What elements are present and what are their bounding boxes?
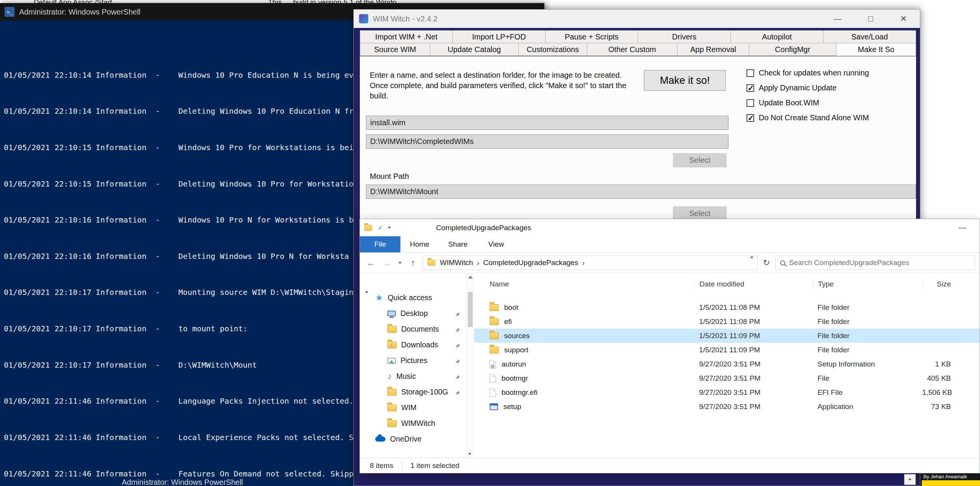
scroll-up-icon[interactable] (468, 276, 473, 278)
address-bar[interactable]: WIMWitch › CompletedUpgradePackages › (423, 255, 758, 270)
wimwitch-tab[interactable]: Import LP+FOD (452, 30, 546, 43)
destination-select-button[interactable]: Select (673, 153, 727, 167)
ribbon-tab[interactable]: Share (439, 236, 477, 252)
mount-path-field[interactable] (366, 185, 916, 199)
file-name-cell: boot (474, 303, 694, 312)
breadcrumb-root[interactable]: WIMWitch (440, 259, 473, 267)
minimize-button[interactable]: — (821, 10, 854, 28)
maximize-button[interactable]: □ (854, 10, 887, 28)
explorer-titlebar[interactable]: CompletedUpgradePackages — (360, 219, 980, 236)
log-message: Local Experience Packs not selected. Sk (178, 433, 358, 442)
sidebar-item[interactable]: WIM (360, 400, 466, 416)
sidebar-item[interactable]: Storage-100G (360, 384, 466, 400)
search-icon (780, 260, 785, 265)
wimwitch-tab[interactable]: Make It So (836, 43, 916, 56)
scroll-down-icon[interactable] (468, 453, 471, 455)
refresh-icon[interactable] (761, 258, 772, 267)
wimwitch-tab[interactable]: Source WIM (360, 43, 430, 56)
wimwitch-scroll-down-button[interactable] (904, 474, 916, 485)
checkbox-row[interactable]: Apply Dynamic Update (746, 83, 916, 92)
wimwitch-tab[interactable]: Save/Load (823, 30, 916, 43)
file-icon (490, 374, 496, 383)
log-timestamp: 01/05/2021 22:10:17 (4, 324, 96, 334)
file-row[interactable]: setup 9/27/2020 3:51 PM Application 73 K… (474, 399, 980, 414)
close-button[interactable]: ✕ (887, 10, 920, 28)
breadcrumb-current[interactable]: CompletedUpgradePackages (483, 259, 578, 267)
log-level: Information (96, 71, 155, 80)
wimwitch-tab[interactable]: Autopilot (730, 30, 823, 43)
up-arrow-icon[interactable]: ↑ (407, 258, 420, 268)
explorer-minimize-button[interactable]: — (950, 219, 975, 236)
log-separator: - (155, 288, 178, 297)
forward-arrow-icon[interactable]: → (381, 258, 394, 268)
sidebar-scrollbar[interactable] (466, 273, 474, 457)
log-separator: - (155, 107, 178, 116)
log-level: Information (96, 107, 155, 116)
folder-icon (387, 420, 397, 427)
navigation-pane: Quick access Desktop (360, 273, 466, 457)
column-header-name[interactable]: Name (474, 278, 694, 290)
log-message: to mount point: (178, 324, 248, 333)
wimwitch-tab[interactable]: Customizations (518, 43, 587, 56)
wimwitch-tab[interactable]: Import WIM + .Net (360, 30, 453, 43)
checkbox-row[interactable]: Check for updates when running (746, 69, 916, 77)
log-level: Information (96, 252, 155, 261)
sidebar-item-label: Desktop (400, 309, 428, 318)
file-name: bootmgr (501, 374, 528, 383)
file-date-cell: 9/27/2020 3:51 PM (694, 374, 813, 383)
wimwitch-tab[interactable]: Pause + Scripts (545, 30, 638, 43)
column-header-size[interactable]: Size (922, 278, 980, 290)
sidebar-item[interactable]: OneDrive (360, 431, 466, 447)
wimwitch-tab[interactable]: App Removal (677, 43, 749, 56)
file-row[interactable]: sources 1/5/2021 11:09 PM File folder (474, 329, 980, 343)
sidebar-item[interactable]: Downloads (360, 337, 466, 353)
sidebar-item[interactable]: Desktop (360, 306, 466, 321)
log-separator: - (155, 470, 178, 479)
history-chevron-icon[interactable] (397, 262, 403, 264)
qat-chevron-down-icon[interactable] (388, 227, 391, 229)
wimwitch-tab[interactable]: Drivers (638, 30, 731, 43)
sidebar-item[interactable]: Documents (360, 321, 466, 337)
expand-chevron-icon[interactable] (365, 293, 368, 302)
ribbon-tab[interactable]: File (360, 236, 400, 252)
checkbox[interactable] (746, 114, 754, 122)
breadcrumb-separator-icon[interactable]: › (582, 259, 585, 267)
wimwitch-tab[interactable]: ConfigMgr (749, 43, 836, 56)
sidebar-item[interactable]: WIMWitch (360, 416, 466, 431)
sidebar-item[interactable]: Quick access (360, 290, 466, 306)
destination-folder-field[interactable] (366, 134, 728, 149)
ribbon-tab[interactable]: Home (400, 236, 439, 252)
mount-path-label: Mount Path (370, 172, 409, 181)
file-row[interactable]: support 1/5/2021 11:09 PM File folder (474, 343, 980, 357)
wimwitch-tab[interactable]: Other Custom (587, 43, 678, 56)
wimwitch-tab[interactable]: Update Catalog (430, 43, 519, 56)
column-header-type[interactable]: Type (813, 278, 923, 290)
checkbox[interactable] (746, 69, 754, 77)
search-box[interactable] (775, 255, 975, 270)
file-row[interactable]: autorun 9/27/2020 3:51 PM Setup Informat… (474, 357, 980, 371)
column-header-date[interactable]: Date modified (694, 278, 813, 290)
file-row[interactable]: boot 1/5/2021 11:08 PM File folder (474, 300, 980, 314)
address-dropdown-icon[interactable] (750, 259, 753, 267)
checkbox[interactable] (746, 84, 754, 92)
file-row[interactable]: bootmgr 9/27/2020 3:51 PM File 405 KB (474, 371, 980, 385)
qat-check-icon[interactable] (377, 224, 383, 232)
breadcrumb-separator-icon[interactable]: › (477, 259, 480, 267)
log-message: Windows 10 Pro for Workstations is bein (178, 143, 358, 152)
search-input[interactable] (789, 259, 970, 267)
ribbon-tab[interactable]: View (477, 236, 515, 252)
scrollbar-thumb[interactable] (468, 292, 473, 327)
back-arrow-icon[interactable]: ← (364, 258, 377, 268)
file-row[interactable]: bootmgr.efi 9/27/2020 3:51 PM EFI File 1… (474, 385, 980, 399)
column-headers: Name Date modified Type Size (474, 278, 980, 290)
sidebar-item[interactable]: Music (360, 368, 466, 384)
file-row[interactable]: efi 1/5/2021 11:08 PM File folder (474, 314, 980, 329)
checkbox-row[interactable]: Do Not Create Stand Alone WIM (746, 113, 916, 122)
log-separator: - (155, 397, 178, 406)
sidebar-item-label: Music (397, 372, 416, 381)
checkbox-row[interactable]: Update Boot.WIM (746, 98, 916, 107)
sidebar-item[interactable]: Pictures (360, 353, 466, 368)
image-name-field[interactable] (366, 116, 728, 130)
make-it-so-button[interactable]: Make it so! (644, 70, 726, 91)
checkbox[interactable] (746, 99, 754, 107)
